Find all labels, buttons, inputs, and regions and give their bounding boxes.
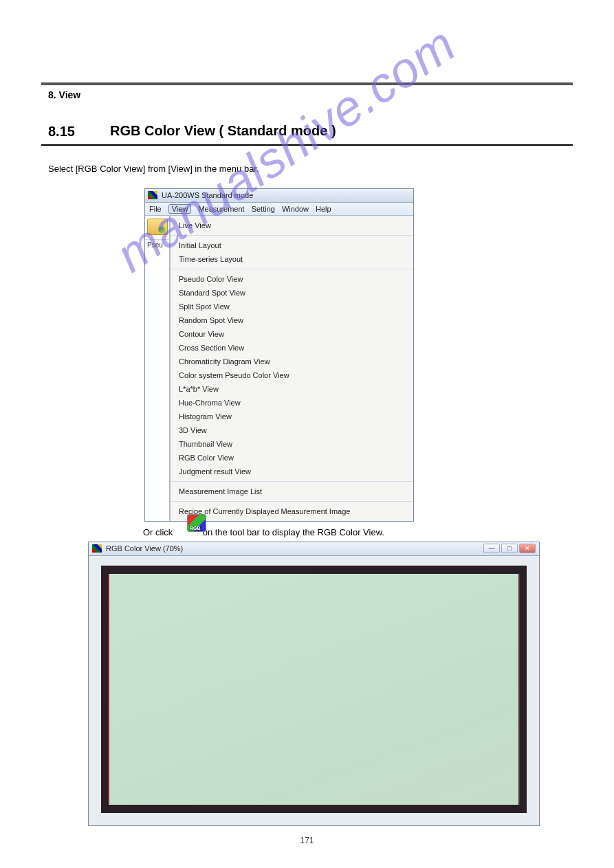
menu-file[interactable]: File: [149, 205, 162, 213]
dd-color-system-pseudo-view[interactable]: Color system Pseudo Color View: [171, 368, 413, 382]
page-number: 171: [41, 836, 573, 845]
rgb-canvas: [101, 566, 527, 813]
sidebar-tab[interactable]: Pseu: [145, 239, 169, 250]
dd-3d-view[interactable]: 3D View: [171, 423, 413, 437]
header-rule-thick: [41, 82, 573, 85]
page-header: 8. View: [41, 89, 573, 100]
dd-lab-view[interactable]: L*a*b* View: [171, 382, 413, 396]
menu-measurement[interactable]: Measurement: [198, 205, 244, 213]
rgb-window-titlebar: RGB Color View (70%) — □ ✕: [89, 542, 539, 556]
menubar: File View Measurement Setting Window Hel…: [145, 203, 413, 216]
dd-judgment-result-view[interactable]: Judgment result View: [171, 465, 413, 478]
rgb-color-view-window: RGB Color View (70%) — □ ✕: [88, 542, 540, 826]
minimize-button[interactable]: —: [483, 544, 500, 553]
dd-measurement-image-list[interactable]: Measurement Image List: [171, 485, 413, 498]
dd-standard-spot-view[interactable]: Standard Spot View: [171, 286, 413, 300]
rgb-toolbar-icon[interactable]: [187, 514, 206, 532]
dd-random-spot-view[interactable]: Random Spot View: [171, 313, 413, 327]
dd-contour-view[interactable]: Contour View: [171, 327, 413, 341]
menu-window[interactable]: Window: [282, 205, 309, 213]
dd-rgb-color-view[interactable]: RGB Color View: [171, 451, 413, 465]
dd-thumbnail-view[interactable]: Thumbnail View: [171, 437, 413, 451]
dd-cross-section-view[interactable]: Cross Section View: [171, 341, 413, 355]
rgb-window-title: RGB Color View (70%): [106, 544, 483, 553]
menu-help[interactable]: Help: [316, 205, 331, 213]
app-title: UA-200WS Standard mode: [162, 191, 253, 199]
dd-chromaticity-diagram-view[interactable]: Chromaticity Diagram View: [171, 355, 413, 368]
section-rule: [41, 144, 573, 146]
rgb-window-icon: [92, 544, 102, 553]
menu-view[interactable]: View: [168, 204, 192, 214]
dd-hue-chroma-view[interactable]: Hue-Chroma View: [171, 396, 413, 410]
dd-initial-layout[interactable]: Initial Layout: [171, 238, 413, 252]
rgb-window-body: [89, 556, 539, 825]
open-folder-icon[interactable]: [147, 219, 168, 235]
maximize-button[interactable]: □: [501, 544, 518, 553]
menu-setting[interactable]: Setting: [252, 205, 275, 213]
dd-split-spot-view[interactable]: Split Spot View: [171, 300, 413, 313]
app-window: UA-200WS Standard mode File View Measure…: [144, 188, 414, 522]
dd-pseudo-color-view[interactable]: Pseudo Color View: [171, 272, 413, 286]
app-icon: [148, 191, 157, 199]
close-button[interactable]: ✕: [519, 544, 536, 553]
dd-histogram-view[interactable]: Histogram View: [171, 410, 413, 423]
section-title: RGB Color View ( Standard mode ): [41, 123, 573, 139]
view-dropdown: Live View Initial Layout Time-series Lay…: [170, 216, 413, 521]
sidebar: Pseu: [145, 216, 170, 521]
dd-live-view[interactable]: Live View: [171, 219, 413, 232]
dd-time-series-layout[interactable]: Time-series Layout: [171, 252, 413, 266]
app-titlebar: UA-200WS Standard mode: [145, 189, 413, 203]
body-paragraph: Select [RGB Color View] from [View] in t…: [41, 162, 573, 176]
